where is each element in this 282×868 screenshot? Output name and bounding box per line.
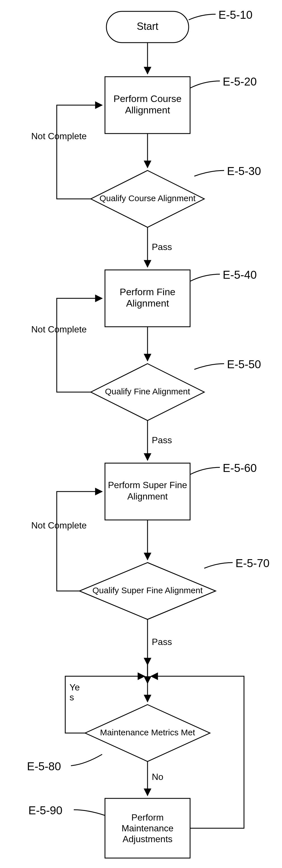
- start-node: Start: [106, 11, 189, 42]
- edge-n50-to-n40-not-complete: [57, 298, 102, 392]
- edge-n30-to-n20-not-complete: [57, 105, 102, 199]
- perform-fine-alignment-node: Perform Fine Alignment: [105, 270, 190, 327]
- perform-maintenance-adjustments-node: Perform Maintenance Adjustments: [105, 798, 190, 858]
- qualify-fine-alignment-node: Qualify Fine Alignment: [91, 364, 204, 421]
- n90-label-3: Adjustments: [122, 834, 173, 844]
- start-ref: E-5-10: [218, 8, 252, 21]
- edge-n50-pass-label: Pass: [152, 435, 172, 445]
- edge-n80-no-label: No: [152, 772, 164, 782]
- n60-ref: E-5-60: [223, 462, 257, 474]
- n30-label: Qualify Course Alignment: [100, 193, 196, 203]
- start-label: Start: [137, 21, 158, 32]
- n20-label-2: Allignment: [125, 104, 170, 115]
- n20-label-1: Perform Course: [113, 93, 182, 104]
- perform-super-fine-alignment-node: Perform Super Fine Alignment: [105, 463, 190, 520]
- n60-label-2: Alignment: [128, 491, 168, 501]
- edge-n80-yes-label-1: Ye: [70, 682, 80, 692]
- edge-n70-not-complete-label: Not Complete: [31, 520, 87, 530]
- perform-course-alignment-node: Perform Course Allignment: [105, 77, 190, 133]
- n90-label-2: Maintenance: [121, 823, 173, 833]
- qualify-super-fine-alignment-node: Qualify Super Fine Alignment: [79, 563, 216, 619]
- n50-ref: E-5-50: [227, 358, 261, 371]
- n30-ref: E-5-30: [227, 165, 261, 177]
- n80-label: Maintenance Metrics Met: [100, 727, 195, 737]
- n40-label-2: Alignment: [126, 298, 169, 309]
- edge-n70-to-n60-not-complete: [57, 492, 102, 591]
- n60-label-1: Perform Super Fine: [108, 480, 187, 490]
- n40-label-1: Perform Fine: [120, 286, 176, 297]
- n80-ref: E-5-80: [27, 760, 61, 773]
- edge-n70-pass-label: Pass: [152, 637, 172, 647]
- maintenance-metrics-met-node: Maintenance Metrics Met: [85, 705, 210, 762]
- edge-n50-not-complete-label: Not Complete: [31, 324, 87, 334]
- n90-label-1: Perform: [131, 812, 164, 823]
- qualify-course-alignment-node: Qualify Course Alignment: [91, 170, 204, 227]
- edge-n80-yes-label-2: s: [70, 692, 74, 702]
- n90-ref: E-5-90: [28, 804, 62, 816]
- n70-label: Qualify Super Fine Alignment: [93, 586, 203, 595]
- n50-label: Qualify Fine Alignment: [105, 387, 190, 396]
- n40-ref: E-5-40: [223, 269, 257, 281]
- edge-n30-not-complete-label: Not Complete: [31, 131, 87, 141]
- n70-ref: E-5-70: [236, 557, 270, 569]
- n20-ref: E-5-20: [223, 75, 257, 88]
- edge-n30-pass-label: Pass: [152, 242, 172, 252]
